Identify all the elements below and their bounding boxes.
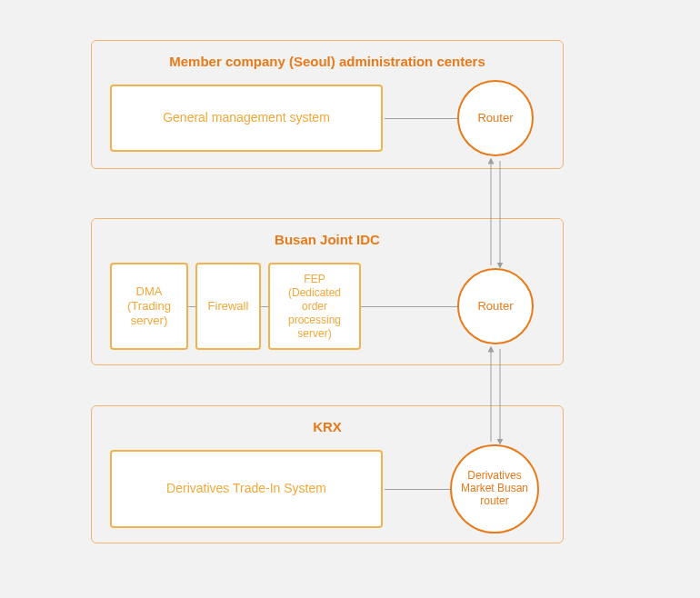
group-seoul: Member company (Seoul) administration ce… (91, 40, 564, 169)
circle-seoul-router: Router (457, 80, 534, 156)
connector-fep-router (361, 306, 457, 307)
group-seoul-title: Member company (Seoul) administration ce… (92, 54, 563, 69)
circle-busan-router: Router (457, 268, 534, 344)
group-krx-title: KRX (92, 419, 563, 434)
box-general-management-system: General management system (110, 85, 383, 152)
circle-krx-router: Derivatives Market Busan router (450, 444, 539, 533)
group-busan-title: Busan Joint IDC (92, 232, 563, 247)
box-firewall: Firewall (195, 263, 261, 350)
box-dma-trading-server: DMA (Trading server) (110, 263, 188, 350)
box-fep-server: FEP (Dedicated order processing server) (268, 263, 361, 350)
box-derivatives-trade-in-system: Derivatives Trade-In System (110, 450, 383, 528)
connector-dma-firewall (188, 306, 195, 307)
connector-gms-router (385, 118, 457, 119)
group-krx: KRX Derivatives Trade-In System Derivati… (91, 405, 564, 543)
diagram-canvas: Member company (Seoul) administration ce… (27, 27, 673, 571)
connector-dti-router (385, 489, 450, 490)
group-busan-idc: Busan Joint IDC DMA (Trading server) Fir… (91, 218, 564, 365)
connector-firewall-fep (261, 306, 268, 307)
